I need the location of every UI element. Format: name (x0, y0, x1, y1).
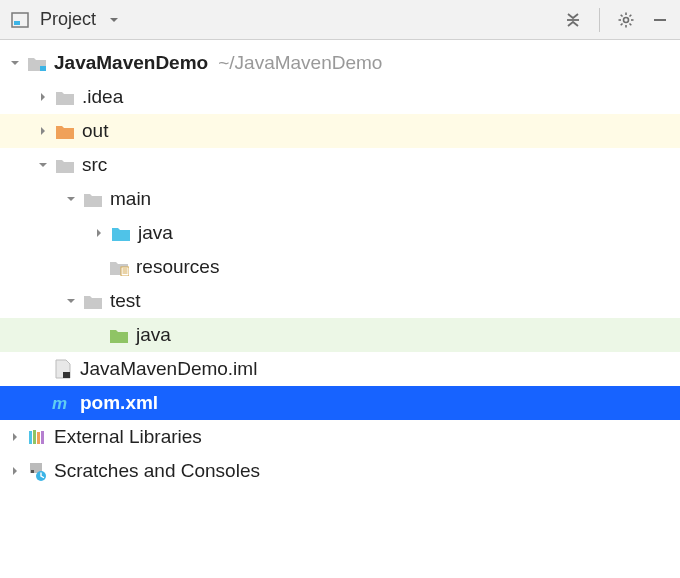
svg-rect-22 (37, 432, 40, 444)
svg-line-10 (621, 23, 623, 25)
tree-node-root[interactable]: JavaMavenDemo ~/JavaMavenDemo (0, 46, 680, 80)
chevron-right-icon[interactable] (6, 462, 24, 480)
tree-node-pom[interactable]: m pom.xml (0, 386, 680, 420)
chevron-right-icon[interactable] (90, 224, 108, 242)
tree-label: External Libraries (54, 426, 202, 448)
tree-label: JavaMavenDemo.iml (80, 358, 257, 380)
gear-icon[interactable] (614, 8, 638, 32)
test-source-folder-icon (108, 325, 130, 345)
project-tree: JavaMavenDemo ~/JavaMavenDemo .idea out (0, 40, 680, 488)
tree-label: src (82, 154, 107, 176)
svg-rect-20 (29, 431, 32, 444)
tree-label: out (82, 120, 108, 142)
chevron-right-icon[interactable] (6, 428, 24, 446)
minimize-icon[interactable] (648, 8, 672, 32)
tree-label: .idea (82, 86, 123, 108)
tree-label: java (138, 222, 173, 244)
tree-label: java (136, 324, 171, 346)
tree-node-idea[interactable]: .idea (0, 80, 680, 114)
idea-module-file-icon (52, 359, 74, 379)
excluded-folder-icon (54, 121, 76, 141)
chevron-down-icon[interactable] (62, 292, 80, 310)
chevron-right-icon[interactable] (34, 122, 52, 140)
svg-rect-25 (31, 470, 34, 473)
chevron-down-icon[interactable] (62, 190, 80, 208)
project-view-icon[interactable] (8, 8, 32, 32)
module-folder-icon (26, 53, 48, 73)
folder-icon (82, 189, 104, 209)
toolbar-title: Project (40, 9, 96, 30)
tree-path-hint: ~/JavaMavenDemo (218, 52, 382, 74)
dropdown-icon[interactable] (102, 8, 126, 32)
chevron-down-icon[interactable] (34, 156, 52, 174)
tree-node-scratches[interactable]: Scratches and Consoles (0, 454, 680, 488)
svg-line-11 (630, 14, 632, 16)
tree-label: resources (136, 256, 219, 278)
tree-label: pom.xml (80, 392, 158, 414)
tree-node-main[interactable]: main (0, 182, 680, 216)
folder-icon (82, 291, 104, 311)
chevron-right-icon[interactable] (34, 88, 52, 106)
tree-node-iml[interactable]: JavaMavenDemo.iml (0, 352, 680, 386)
svg-rect-18 (63, 372, 70, 378)
tree-label: main (110, 188, 151, 210)
tree-node-test[interactable]: test (0, 284, 680, 318)
source-folder-icon (110, 223, 132, 243)
svg-rect-1 (14, 21, 20, 25)
svg-line-8 (621, 14, 623, 16)
tree-label: Scratches and Consoles (54, 460, 260, 482)
svg-rect-23 (41, 431, 44, 444)
tree-label: test (110, 290, 141, 312)
chevron-down-icon[interactable] (6, 54, 24, 72)
tree-node-resources[interactable]: resources (0, 250, 680, 284)
scratches-icon (26, 461, 48, 481)
toolbar: Project (0, 0, 680, 40)
tree-node-external-libraries[interactable]: External Libraries (0, 420, 680, 454)
toolbar-divider (599, 8, 600, 32)
tree-node-src[interactable]: src (0, 148, 680, 182)
tree-node-test-java[interactable]: java (0, 318, 680, 352)
library-icon (26, 427, 48, 447)
resources-folder-icon (108, 257, 130, 277)
maven-file-icon: m (52, 393, 74, 413)
tree-node-out[interactable]: out (0, 114, 680, 148)
svg-text:m: m (52, 394, 67, 412)
svg-rect-21 (33, 430, 36, 444)
svg-point-3 (624, 17, 629, 22)
svg-line-9 (630, 23, 632, 25)
tree-node-main-java[interactable]: java (0, 216, 680, 250)
folder-icon (54, 87, 76, 107)
collapse-icon[interactable] (561, 8, 585, 32)
svg-rect-13 (40, 66, 46, 71)
folder-icon (54, 155, 76, 175)
tree-label: JavaMavenDemo (54, 52, 208, 74)
